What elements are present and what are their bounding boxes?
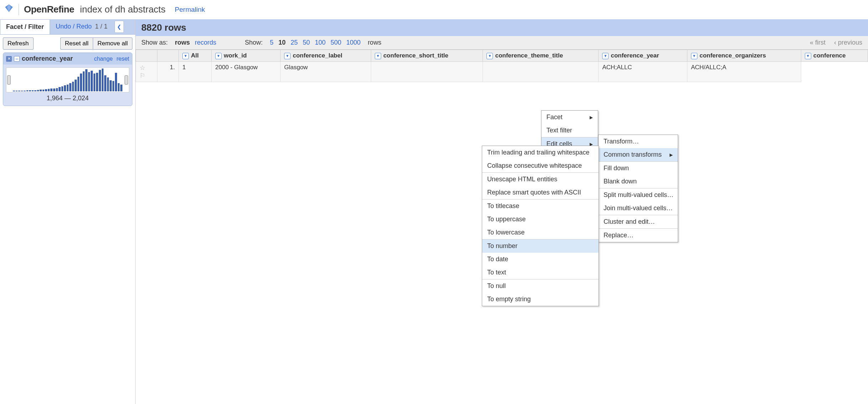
slider-handle-right[interactable] — [125, 75, 128, 85]
column-menu-button[interactable]: ▼ — [284, 53, 291, 59]
page-size-10[interactable]: 10 — [278, 39, 286, 46]
app-header: OpenRefine index of dh abstracts Permali… — [0, 0, 868, 19]
histogram-bar — [48, 89, 50, 91]
left-tabs: Facet / Filter Undo / Redo 1 / 1 ❮ — [0, 19, 135, 35]
cell-conference-year[interactable] — [483, 62, 599, 82]
histogram-bar — [107, 77, 109, 91]
column-header-label: conference_theme_title — [495, 52, 563, 59]
menu-item-to-number[interactable]: To number — [482, 239, 599, 253]
menu-item-label: To empty string — [487, 296, 531, 303]
page-size-50[interactable]: 50 — [303, 39, 310, 46]
page-size-25[interactable]: 25 — [291, 39, 298, 46]
menu-item-to-text[interactable]: To text — [482, 266, 599, 279]
show-as-rows[interactable]: rows — [175, 39, 190, 46]
menu-item-unescape-html-entities[interactable]: Unescape HTML entities — [482, 173, 599, 186]
menu-item-split-multi-valued-cells[interactable]: Split multi-valued cells… — [599, 188, 678, 202]
menu-item-common-transforms[interactable]: Common transforms▶ — [599, 148, 678, 161]
page-size-500[interactable]: 500 — [330, 39, 341, 46]
star-icon[interactable]: ☆ — [140, 64, 145, 71]
column-menu-button[interactable]: ▼ — [691, 53, 697, 59]
tab-undo-redo[interactable]: Undo / Redo 1 / 1 — [50, 19, 113, 34]
pager-first[interactable]: « first — [810, 39, 826, 46]
submenu-arrow-icon: ▶ — [670, 152, 673, 157]
histogram-bar — [32, 90, 34, 91]
histogram-bar — [99, 70, 101, 91]
histogram-bar — [104, 75, 106, 91]
menu-item-fill-down[interactable]: Fill down — [599, 162, 678, 175]
menu-item-label: Trim leading and trailing whitespace — [487, 149, 589, 156]
histogram-bar — [42, 90, 45, 91]
right-panel: 8820 rows Show as: rows records Show: 51… — [136, 19, 868, 404]
rows-unit-label: rows — [368, 39, 381, 46]
pager-previous[interactable]: ‹ previous — [834, 39, 862, 46]
facet-range-label: 1,964 — 2,024 — [6, 92, 129, 103]
edit-cells-submenu: Transform…Common transforms▶Fill downBla… — [598, 135, 678, 242]
column-menu-button[interactable]: ▼ — [215, 53, 222, 59]
remove-all-button[interactable]: Remove all — [93, 37, 132, 50]
page-size-1000[interactable]: 1000 — [346, 39, 360, 46]
menu-item-to-null[interactable]: To null — [482, 279, 599, 293]
histogram-bar — [67, 85, 69, 91]
row-index-header — [157, 50, 179, 62]
facet-reset-link[interactable]: reset — [116, 56, 129, 62]
show-as-records[interactable]: records — [195, 39, 216, 46]
menu-item-label: Fill down — [604, 165, 629, 172]
menu-item-label: Unescape HTML entities — [487, 176, 557, 183]
column-menu-button[interactable]: ▼ — [805, 53, 811, 59]
column-header-label: conference_label — [293, 52, 342, 59]
facet-histogram[interactable] — [6, 67, 129, 92]
menu-item-replace[interactable]: Replace… — [599, 229, 678, 242]
cell-conference-short-title[interactable]: Glasgow — [281, 62, 371, 82]
flag-icon[interactable]: ⚐ — [140, 72, 145, 79]
histogram-bar — [61, 86, 64, 91]
facet-close-icon[interactable]: ✕ — [6, 56, 12, 62]
menu-item-to-lowercase[interactable]: To lowercase — [482, 226, 599, 239]
slider-handle-left[interactable] — [7, 75, 11, 85]
column-menu-button[interactable]: ▼ — [182, 53, 189, 59]
facet-title: conference_year — [22, 55, 73, 62]
column-menu-button[interactable]: ▼ — [375, 53, 381, 59]
column-menu-button[interactable]: ▼ — [486, 53, 493, 59]
histogram-bar — [91, 71, 93, 91]
menu-item-to-titlecase[interactable]: To titlecase — [482, 200, 599, 213]
menu-item-blank-down[interactable]: Blank down — [599, 175, 678, 188]
facet-change-link[interactable]: change — [94, 56, 113, 62]
histogram-bar — [64, 85, 66, 91]
menu-item-to-date[interactable]: To date — [482, 253, 599, 266]
menu-item-label: To null — [487, 282, 506, 290]
permalink-link[interactable]: Permalink — [175, 6, 205, 14]
page-size-5[interactable]: 5 — [270, 39, 273, 46]
histogram-bar — [16, 91, 18, 91]
menu-item-label: To text — [487, 269, 506, 276]
menu-item-cluster-and-edit[interactable]: Cluster and edit… — [599, 215, 678, 228]
menu-item-join-multi-valued-cells[interactable]: Join multi-valued cells… — [599, 202, 678, 215]
menu-item-collapse-consecutive-whitespace[interactable]: Collapse consecutive whitespace — [482, 159, 599, 172]
menu-item-text-filter[interactable]: Text filter — [541, 124, 598, 137]
menu-item-to-empty-string[interactable]: To empty string — [482, 293, 599, 306]
collapse-left-panel-button[interactable]: ❮ — [115, 21, 124, 33]
histogram-bar — [29, 90, 31, 91]
column-menu-button[interactable]: ▼ — [602, 53, 609, 59]
cell-conference-theme-title[interactable] — [371, 62, 483, 82]
refresh-button[interactable]: Refresh — [3, 37, 34, 50]
histogram-bar — [120, 85, 122, 91]
data-table-wrap: ▼All▼work_id▼conference_label▼conference… — [136, 50, 868, 404]
reset-all-button[interactable]: Reset all — [60, 37, 93, 50]
menu-item-transform[interactable]: Transform… — [599, 135, 678, 148]
tab-facet-filter[interactable]: Facet / Filter — [0, 19, 50, 34]
cell-work-id[interactable]: 1 — [179, 62, 212, 82]
page-size-100[interactable]: 100 — [315, 39, 326, 46]
menu-item-replace-smart-quotes-with-ascii[interactable]: Replace smart quotes with ASCII — [482, 186, 599, 199]
menu-item-trim-leading-and-trailing-whitespace[interactable]: Trim leading and trailing whitespace — [482, 146, 599, 159]
histogram-bar — [85, 69, 87, 91]
column-header-label: conference_organizers — [700, 52, 766, 59]
cell-conference-label[interactable]: 2000 - Glasgow — [212, 62, 281, 82]
view-bar: Show as: rows records Show: 510255010050… — [136, 36, 868, 50]
histogram-bar — [13, 91, 15, 91]
menu-item-to-uppercase[interactable]: To uppercase — [482, 213, 599, 226]
show-as-options: rows records — [175, 39, 216, 46]
cell-conference[interactable]: ACH/ALLC;A — [687, 62, 801, 82]
facet-minimize-icon[interactable]: − — [14, 56, 20, 62]
cell-conference-organizers[interactable]: ACH;ALLC — [599, 62, 687, 82]
menu-item-facet[interactable]: Facet▶ — [541, 111, 598, 124]
